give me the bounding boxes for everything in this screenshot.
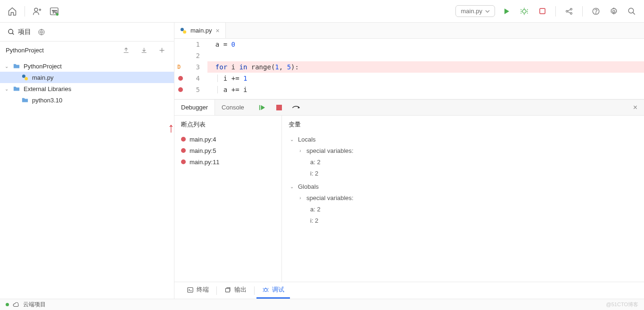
resume-icon[interactable] bbox=[256, 101, 269, 114]
help-icon[interactable] bbox=[589, 5, 603, 18]
chevron-down-icon bbox=[485, 9, 490, 14]
breakpoint-item[interactable]: main.py:5 bbox=[181, 145, 275, 156]
run-icon[interactable] bbox=[500, 5, 513, 18]
search-icon[interactable] bbox=[625, 5, 638, 18]
var-special[interactable]: ›special variables: bbox=[289, 192, 637, 203]
svg-rect-5 bbox=[539, 8, 545, 14]
editor-tabs: main.py × bbox=[174, 23, 644, 39]
bottom-tab-debug[interactable]: 调试 bbox=[256, 282, 290, 299]
bottom-tabs: 终端 输出 调试 bbox=[174, 282, 644, 299]
step-over-icon[interactable] bbox=[289, 101, 303, 114]
share-icon[interactable] bbox=[562, 5, 576, 18]
svg-point-10 bbox=[595, 13, 596, 13]
svg-point-0 bbox=[34, 8, 38, 11]
tree-item[interactable]: ⌄External Libraries bbox=[0, 83, 174, 94]
var-item[interactable]: a: 2 bbox=[289, 156, 637, 168]
globe-icon bbox=[38, 28, 45, 36]
tree-item[interactable]: main.py bbox=[0, 72, 174, 83]
tree-item[interactable]: python3.10 bbox=[0, 94, 174, 106]
project-header: PythonProject bbox=[0, 42, 174, 59]
svg-rect-19 bbox=[259, 105, 260, 110]
breakpoint-item[interactable]: main.py:4 bbox=[181, 134, 275, 145]
svg-point-15 bbox=[22, 75, 25, 78]
debug-icon[interactable] bbox=[518, 5, 531, 18]
svg-point-12 bbox=[628, 8, 634, 13]
var-scope[interactable]: ⌄Globals bbox=[289, 181, 637, 192]
sidebar-tab-web[interactable] bbox=[38, 28, 45, 36]
bug-icon bbox=[262, 286, 269, 293]
status-cloud-label[interactable]: 云端项目 bbox=[23, 301, 46, 309]
output-icon bbox=[224, 286, 231, 293]
python-file-icon bbox=[180, 27, 187, 34]
top-toolbar: TC main.py bbox=[0, 0, 644, 23]
project-tree[interactable]: ⌄PythonProjectmain.py⌄External Libraries… bbox=[0, 59, 174, 299]
debug-tab-console[interactable]: Console bbox=[215, 100, 251, 115]
search-icon bbox=[8, 28, 15, 36]
add-icon[interactable] bbox=[155, 43, 168, 57]
status-bar: 云端项目 @51CTO博客 bbox=[0, 299, 644, 310]
var-item[interactable]: i: 2 bbox=[289, 215, 637, 226]
upload-icon[interactable] bbox=[119, 43, 132, 57]
svg-rect-20 bbox=[276, 105, 282, 110]
project-sidebar: 项目 PythonProject ⌄PythonProjectmain.py⌄E… bbox=[0, 23, 174, 299]
svg-rect-21 bbox=[188, 287, 193, 292]
stop-icon[interactable] bbox=[536, 5, 549, 18]
download-icon[interactable] bbox=[137, 43, 150, 57]
sidebar-tab-project[interactable]: 项目 bbox=[8, 28, 31, 36]
svg-point-23 bbox=[264, 288, 267, 291]
var-scope[interactable]: ⌄Locals bbox=[289, 134, 637, 145]
tc-icon[interactable]: TC bbox=[48, 5, 61, 18]
svg-point-11 bbox=[613, 10, 615, 12]
var-item[interactable]: i: 2 bbox=[289, 168, 637, 179]
debug-tab-debugger[interactable]: Debugger bbox=[174, 100, 215, 115]
svg-point-4 bbox=[522, 9, 526, 13]
svg-point-17 bbox=[181, 27, 184, 31]
folder-icon bbox=[13, 63, 20, 69]
status-dot bbox=[6, 303, 9, 306]
folder-icon bbox=[22, 97, 28, 103]
close-panel-icon[interactable]: × bbox=[627, 103, 644, 112]
svg-point-3 bbox=[56, 13, 59, 15]
stop-debug-icon[interactable] bbox=[272, 101, 286, 114]
run-config-label: main.py bbox=[461, 8, 482, 15]
home-icon[interactable] bbox=[6, 5, 19, 18]
python-file-icon bbox=[22, 74, 28, 81]
svg-point-13 bbox=[8, 29, 13, 34]
cloud-icon bbox=[13, 302, 19, 308]
editor-tab-main[interactable]: main.py × bbox=[174, 23, 226, 38]
tree-item[interactable]: ⌄PythonProject bbox=[0, 60, 174, 72]
bottom-tab-terminal[interactable]: 终端 bbox=[181, 282, 215, 299]
variables-title: 变量 bbox=[289, 120, 637, 129]
run-config-selector[interactable]: main.py bbox=[455, 5, 495, 17]
bottom-tab-output[interactable]: 输出 bbox=[219, 282, 252, 299]
svg-point-18 bbox=[183, 30, 186, 34]
var-special[interactable]: ›special variables: bbox=[289, 145, 637, 156]
variables-panel: ↑ 变量 ⌄Locals›special variables:a: 2i: 2⌄… bbox=[282, 116, 644, 282]
breakpoint-list-title: 断点列表 bbox=[181, 120, 275, 129]
var-item[interactable]: a: 2 bbox=[289, 203, 637, 215]
code-editor[interactable]: 12D345 a = 0 for i in range(1, 5): i += … bbox=[174, 39, 644, 99]
close-tab-icon[interactable]: × bbox=[216, 27, 220, 34]
add-user-icon[interactable] bbox=[31, 5, 44, 18]
folder-icon bbox=[13, 85, 20, 92]
project-name: PythonProject bbox=[6, 47, 44, 54]
debug-panel: Debugger Console × 断点列表 main.py:4main.py… bbox=[174, 99, 644, 282]
svg-rect-22 bbox=[226, 288, 230, 292]
breakpoint-item[interactable]: main.py:11 bbox=[181, 156, 275, 168]
settings-icon[interactable] bbox=[607, 5, 620, 18]
breakpoint-list: 断点列表 main.py:4main.py:5main.py:11 bbox=[174, 116, 282, 282]
svg-point-16 bbox=[25, 77, 28, 80]
watermark: @51CTO博客 bbox=[606, 301, 638, 308]
terminal-icon bbox=[187, 286, 194, 293]
